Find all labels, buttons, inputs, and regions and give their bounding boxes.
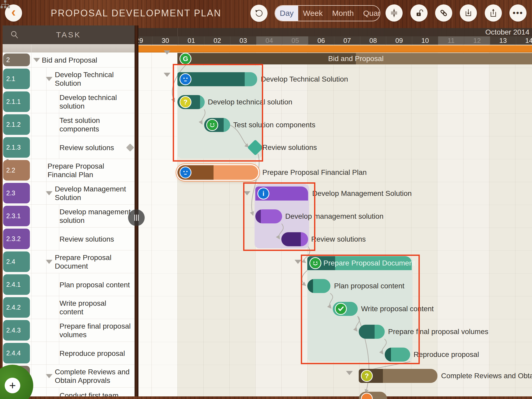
day-gridline [515,45,515,396]
collapse-rows-icon [389,8,400,18]
disclosure-triangle-icon[interactable] [46,77,52,81]
task-row-2.4.2[interactable]: 2.4.2Write proposalcontent [3,296,135,319]
task-name-label: Prepare ProposalDocument [55,250,131,273]
indent-guide-3 [59,90,59,159]
wbs-chip: 2.1.1 [3,91,30,112]
task-row-2.3.2[interactable]: 2.3.2Review solutions [3,228,135,250]
disclosure-triangle-icon[interactable] [46,260,52,264]
gantt-bar-2.4.4[interactable] [385,348,410,362]
task-column-header: TASK [19,30,118,39]
task-name-label: Bid and Proposal [42,52,118,68]
row-gridline [138,273,532,274]
day-header-cell-07: 07 [334,36,360,45]
back-chevron-icon: ‹ [11,4,16,20]
gantt-bar-2.1[interactable] [177,72,257,86]
indent-guide-1 [31,44,31,396]
day-gridline [333,45,334,396]
wbs-chip: 2 [3,54,30,66]
gantt-bar-2.4.3[interactable] [359,325,385,339]
task-row-2.1.3[interactable]: 2.1.3Review solutions [3,136,135,159]
gantt-bar-2.5.1[interactable] [359,392,387,399]
row-gridline [138,68,532,68]
task-row-2.4.4[interactable]: 2.4.4Reproduce proposal [3,342,135,365]
day-gridline [307,45,308,396]
task-row-2.3[interactable]: 2.3Develop ManagementSolution [3,182,135,205]
day-header-band: 29300102030405060708091011121314 [138,36,532,45]
wbs-chip: 2.4.1 [3,274,30,295]
task-row-2.1.2[interactable]: 2.1.2Test solutioncomponents [3,113,135,136]
day-header-cell-03: 03 [230,36,256,45]
wbs-chip: 2.1 [3,69,30,89]
task-row-2.4.1[interactable]: 2.4.1Plan proposal content [3,273,135,296]
wbs-chip: 2.1.2 [3,114,30,135]
day-gridline [385,45,385,396]
task-row-2.1[interactable]: 2.1Develop TechnicalSolution [3,68,135,90]
day-header-cell-06: 06 [308,36,334,45]
gantt-bar-2[interactable] [177,53,532,64]
search-icon[interactable] [10,30,19,39]
row-gridline [138,319,532,319]
gantt-bar-2.3.1[interactable] [255,209,282,223]
row-gridline [138,250,532,251]
view-option-day[interactable]: Day [275,6,298,21]
task-name-label: Reproduce proposal [59,342,135,365]
milestone-diamond-2.1.3[interactable] [247,139,263,156]
collapse-rows-button[interactable] [385,4,403,22]
day-header-cell-05: 05 [282,36,308,45]
task-name-label: Review solutions [59,136,135,159]
unlock-button[interactable] [410,4,428,22]
row-gridline [138,182,532,182]
task-row-2.4[interactable]: 2.4Prepare ProposalDocument [3,250,135,273]
view-option-quarter[interactable]: Quarter [358,6,380,21]
gantt-bar-2.2[interactable] [177,165,258,180]
view-option-month[interactable]: Month [328,6,358,21]
disclosure-triangle-icon[interactable] [46,191,52,195]
task-row-2.4.3[interactable]: 2.4.3Prepare final proposalvolumes [3,319,135,342]
bar-label-2.4.4: Reproduce proposal [414,348,479,362]
gantt-bar-2.1.1[interactable] [177,95,205,109]
task-name-label: Review solutions [59,228,135,250]
splitter-drag-handle[interactable] [128,209,145,226]
weekend-shade [437,45,489,396]
task-name-label: Develop TechnicalSolution [55,68,131,90]
day-gridline [281,45,282,396]
gantt-bar-2.4.1[interactable] [307,279,330,293]
disclosure-triangle-icon[interactable] [33,58,40,62]
back-button[interactable]: ‹ [5,4,22,22]
share-icon [488,8,499,18]
wbs-chip: 2.4 [3,251,30,272]
task-name-label: Prepare final proposalvolumes [59,319,135,342]
day-header-cell-08: 08 [360,36,386,45]
day-gridline [229,45,230,396]
indent-guide-3 [59,388,59,396]
task-row-2.3.1[interactable]: 2.3.1Develop managementsolution [3,205,135,228]
gantt-bar-2.5[interactable] [359,369,437,383]
disclosure-triangle-icon[interactable] [46,374,52,378]
task-name-label: Develop managementsolution [59,205,135,228]
more-button[interactable]: ••• [509,4,527,22]
more-icon: ••• [513,9,523,17]
gantt-bar-2.4[interactable] [307,256,412,270]
link-button[interactable] [435,4,452,22]
day-gridline [255,45,256,396]
day-header-cell-02: 02 [204,36,230,45]
task-row-2.2[interactable]: 2.2Prepare ProposalFinancial Plan [3,159,135,182]
view-option-week[interactable]: Week [298,6,327,21]
row-gridline [138,113,532,114]
indent-guide-3 [59,205,59,250]
plus-icon: + [9,379,16,392]
undo-button[interactable] [250,5,268,22]
day-header-cell-04: 04 [256,36,282,45]
bar-label-2.3: Develop Management Solution [312,187,412,201]
project-summary-bar[interactable] [138,45,532,52]
task-row-2.1.1[interactable]: 2.1.1Develop technicalsolution [3,90,135,113]
gantt-bar-2.3.2[interactable] [281,232,308,246]
download-button[interactable] [460,4,477,22]
share-button[interactable] [485,4,502,22]
unlock-icon [414,8,424,18]
gantt-bar-2.1.2[interactable] [204,118,230,132]
task-row-2[interactable]: 2Bid and Proposal [3,52,135,68]
gantt-bar-2.3[interactable] [255,187,308,201]
gantt-bar-2.4.2[interactable] [333,302,358,316]
wbs-chip: 2.3.1 [3,206,30,226]
